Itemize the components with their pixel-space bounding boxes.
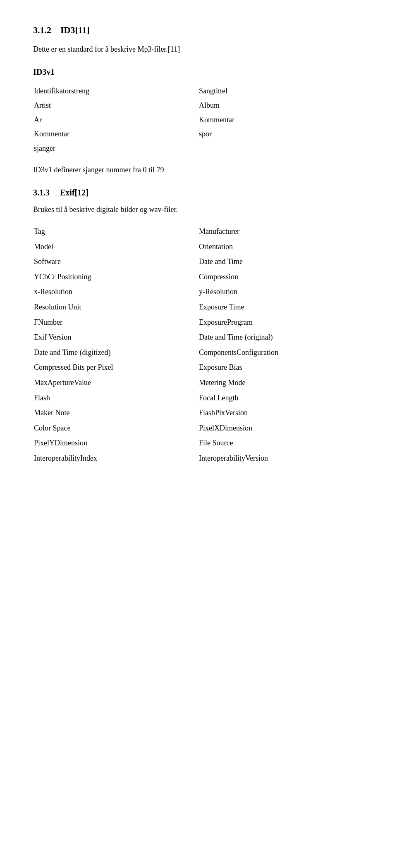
exif-field-left-4: x-Resolution: [34, 285, 198, 299]
exif-field-left-9: Compressed Bits per Pixel: [34, 360, 198, 375]
exif-field-left-14: PixelYDimension: [34, 436, 198, 450]
exif-field-right-7: Date and Time (original): [199, 330, 363, 345]
genre-note: ID3v1 definerer sjanger nummer fra 0 til…: [33, 164, 364, 176]
table-row: Flash Focal Length: [34, 391, 363, 405]
id3v1-field-right-2: Kommentar: [199, 113, 363, 127]
table-row: Model Orientation: [34, 240, 363, 254]
table-row: År Kommentar: [34, 113, 363, 127]
exif-field-right-1: Orientation: [199, 240, 363, 254]
id3v1-field-left-2: År: [34, 113, 198, 127]
exif-field-right-12: FlashPixVersion: [199, 406, 363, 420]
table-row: sjanger: [34, 142, 363, 155]
section-title-exif: Exif[12]: [60, 188, 88, 197]
exif-field-left-8: Date and Time (digitized): [34, 345, 198, 360]
exif-field-left-10: MaxApertureValue: [34, 376, 198, 390]
section-heading-313: 3.1.3 Exif[12]: [33, 188, 364, 197]
exif-field-right-14: File Source: [199, 436, 363, 450]
table-row: Artist Album: [34, 99, 363, 112]
table-row: Tag Manufacturer: [34, 224, 363, 239]
exif-field-right-11: Focal Length: [199, 391, 363, 405]
table-row: Compressed Bits per Pixel Exposure Bias: [34, 360, 363, 375]
section-number-313: 3.1.3: [33, 188, 50, 197]
table-row: Exif Version Date and Time (original): [34, 330, 363, 345]
id3v1-table: Identifikatorstreng Sangtittel Artist Al…: [33, 83, 364, 156]
exif-field-left-12: Maker Note: [34, 406, 198, 420]
exif-field-left-1: Model: [34, 240, 198, 254]
exif-field-left-3: YCbCr Positioning: [34, 270, 198, 284]
table-row: Identifikatorstreng Sangtittel: [34, 84, 363, 98]
exif-field-right-10: Metering Mode: [199, 376, 363, 390]
section-title-id3: ID3[11]: [60, 25, 90, 35]
table-row: x-Resolution y-Resolution: [34, 285, 363, 299]
table-row: InteroperabilityIndex InteroperabilityVe…: [34, 451, 363, 466]
exif-field-left-13: Color Space: [34, 421, 198, 435]
section-heading-312: 3.1.2 ID3[11]: [33, 25, 364, 36]
id3v1-field-left-1: Artist: [34, 99, 198, 112]
table-row: Resolution Unit Exposure Time: [34, 300, 363, 314]
table-row: Maker Note FlashPixVersion: [34, 406, 363, 420]
exif-field-left-7: Exif Version: [34, 330, 198, 345]
exif-field-right-15: InteroperabilityVersion: [199, 451, 363, 466]
exif-field-right-4: y-Resolution: [199, 285, 363, 299]
exif-table: Tag Manufacturer Model Orientation Softw…: [33, 224, 364, 466]
exif-field-right-5: Exposure Time: [199, 300, 363, 314]
id3v1-field-right-3: spor: [199, 127, 363, 141]
table-row: Color Space PixelXDimension: [34, 421, 363, 435]
id3v1-field-right-4: [199, 142, 363, 155]
exif-field-right-13: PixelXDimension: [199, 421, 363, 435]
id3v1-field-right-1: Album: [199, 99, 363, 112]
exif-field-left-11: Flash: [34, 391, 198, 405]
id3v1-field-left-3: Kommentar: [34, 127, 198, 141]
exif-field-right-6: ExposureProgram: [199, 315, 363, 330]
exif-field-left-6: FNumber: [34, 315, 198, 330]
table-row: YCbCr Positioning Compression: [34, 270, 363, 284]
exif-field-right-3: Compression: [199, 270, 363, 284]
exif-section: 3.1.3 Exif[12] Brukes til å beskrive dig…: [33, 188, 364, 466]
exif-intro: Brukes til å beskrive digitale bilder og…: [33, 204, 364, 215]
section-number-312: 3.1.2: [33, 25, 51, 35]
table-row: Kommentar spor: [34, 127, 363, 141]
id3v1-field-right-0: Sangtittel: [199, 84, 363, 98]
exif-field-left-5: Resolution Unit: [34, 300, 198, 314]
exif-field-right-8: ComponentsConfiguration: [199, 345, 363, 360]
id3v1-heading: ID3v1: [33, 67, 364, 77]
exif-field-right-2: Date and Time: [199, 254, 363, 269]
table-row: Software Date and Time: [34, 254, 363, 269]
id3v1-section: ID3v1 Identifikatorstreng Sangtittel Art…: [33, 67, 364, 176]
id3v1-field-left-0: Identifikatorstreng: [34, 84, 198, 98]
exif-field-right-9: Exposure Bias: [199, 360, 363, 375]
exif-field-left-0: Tag: [34, 224, 198, 239]
exif-field-left-15: InteroperabilityIndex: [34, 451, 198, 466]
exif-field-left-2: Software: [34, 254, 198, 269]
id3v1-field-left-4: sjanger: [34, 142, 198, 155]
table-row: Date and Time (digitized) ComponentsConf…: [34, 345, 363, 360]
table-row: FNumber ExposureProgram: [34, 315, 363, 330]
exif-field-right-0: Manufacturer: [199, 224, 363, 239]
table-row: PixelYDimension File Source: [34, 436, 363, 450]
table-row: MaxApertureValue Metering Mode: [34, 376, 363, 390]
section-intro-text: Dette er en standard for å beskrive Mp3-…: [33, 44, 364, 55]
